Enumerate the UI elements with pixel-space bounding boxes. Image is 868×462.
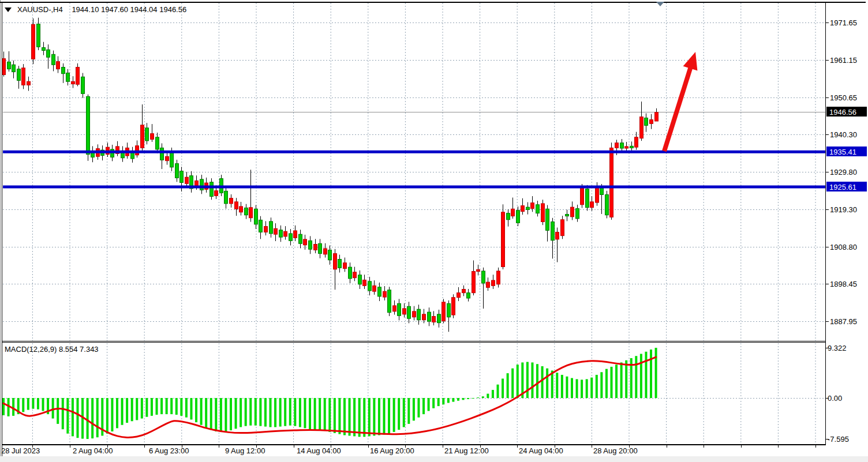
trend-arrow-head[interactable] xyxy=(683,52,698,71)
macd-histogram-bar xyxy=(472,398,474,399)
candle-bear xyxy=(47,50,50,57)
macd-histogram-bar xyxy=(57,398,59,424)
candle-bull xyxy=(27,81,31,85)
candle-bull xyxy=(185,177,189,183)
macd-histogram-bar xyxy=(620,362,623,398)
candle-bull xyxy=(502,212,505,267)
macd-histogram-bar xyxy=(225,398,227,431)
macd-histogram-bar xyxy=(363,398,365,437)
time-axis-label: 9 Aug 12:00 xyxy=(225,446,265,455)
candle-bull xyxy=(32,24,35,59)
macd-histogram-bar xyxy=(442,398,444,404)
candle-bear xyxy=(546,209,549,230)
macd-histogram-bar xyxy=(368,398,371,436)
macd-histogram-bar xyxy=(576,379,578,398)
candle-bull xyxy=(590,202,594,208)
macd-histogram-bar xyxy=(220,398,222,432)
macd-histogram-bar xyxy=(160,398,163,414)
macd-histogram-bar xyxy=(116,398,118,428)
price-axis-label: 1898.45 xyxy=(830,280,857,288)
macd-histogram-bar xyxy=(640,354,642,398)
price-axis-label: 1950.65 xyxy=(830,93,857,102)
collapse-triangle-icon[interactable] xyxy=(5,7,12,12)
time-axis-label: 14 Aug 04:00 xyxy=(297,446,341,455)
macd-histogram-bar xyxy=(96,398,99,437)
macd-histogram-bar xyxy=(2,398,5,415)
candle-bull xyxy=(151,134,154,140)
macd-histogram-bar xyxy=(457,398,459,401)
candle-bear xyxy=(279,230,283,237)
macd-histogram-bar xyxy=(136,398,138,420)
macd-histogram-bar xyxy=(625,360,627,398)
macd-histogram-bar xyxy=(645,352,647,398)
macd-histogram-bar xyxy=(42,398,44,411)
chart-frame-top xyxy=(0,2,866,3)
candle-bull xyxy=(625,147,628,148)
candle-bear xyxy=(368,281,372,291)
candle-bear xyxy=(576,209,579,219)
macd-histogram-bar xyxy=(413,398,415,420)
chart-canvas[interactable]: 1971.651961.151950.651940.301929.801919.… xyxy=(0,0,868,462)
macd-histogram-bar xyxy=(417,398,420,418)
macd-histogram-bar xyxy=(655,348,657,398)
time-axis-label: 28 Aug 20:00 xyxy=(593,446,638,455)
macd-histogram-bar xyxy=(635,356,637,398)
macd-histogram-bar xyxy=(324,398,326,431)
candle-bear xyxy=(145,128,149,141)
trend-arrow-shaft[interactable] xyxy=(664,65,691,151)
candle-bull xyxy=(556,232,559,239)
macd-histogram-bar xyxy=(185,398,188,418)
candle-bear xyxy=(42,48,46,51)
macd-histogram-bar xyxy=(561,375,563,398)
candle-bear xyxy=(259,220,263,232)
candle-bear xyxy=(245,208,248,215)
macd-histogram-bar xyxy=(398,398,400,430)
candle-bear xyxy=(289,234,293,241)
candle-bear xyxy=(600,188,604,195)
macd-histogram-bar xyxy=(32,398,34,409)
candle-bear xyxy=(605,194,609,215)
candle-bear xyxy=(255,209,258,224)
candle-bull xyxy=(57,62,60,69)
macd-histogram-bar xyxy=(66,398,69,434)
candle-bull xyxy=(274,228,278,234)
candle-bull xyxy=(655,112,659,121)
candle-bull xyxy=(343,263,347,269)
macd-histogram-bar xyxy=(76,398,78,438)
candle-bear xyxy=(566,215,569,216)
macd-histogram-bar xyxy=(52,398,54,418)
macd-histogram-bar xyxy=(319,398,321,430)
candle-bull xyxy=(492,280,495,286)
chart-header: XAUUSD-,H4 1944.10 1947.60 1944.04 1946.… xyxy=(5,5,186,14)
candle-bull xyxy=(596,186,599,202)
candle-bull xyxy=(610,148,613,217)
candle-bull xyxy=(487,282,490,287)
macd-histogram-bar xyxy=(497,385,499,398)
price-axis-label: 1929.80 xyxy=(830,168,857,176)
macd-histogram-bar xyxy=(289,398,291,426)
candle-bear xyxy=(437,314,441,323)
candle-bull xyxy=(264,227,268,232)
candle-bull xyxy=(136,146,139,155)
candle-bear xyxy=(270,221,273,234)
candle-bull xyxy=(383,291,387,297)
macd-histogram-bar xyxy=(373,398,375,435)
macd-histogram-bar xyxy=(334,398,336,433)
macd-histogram-bar xyxy=(383,398,386,435)
candle-bear xyxy=(180,171,184,183)
macd-histogram-bar xyxy=(328,398,331,432)
scroll-to-end-marker-icon[interactable] xyxy=(656,2,664,6)
macd-histogram-bar xyxy=(175,398,178,415)
candle-bear xyxy=(467,293,470,298)
candle-bull xyxy=(230,198,233,204)
macd-histogram-bar xyxy=(22,398,24,412)
macd-axis-label: -7.595 xyxy=(828,435,849,444)
candle-bull xyxy=(432,317,436,322)
macd-histogram-bar xyxy=(581,380,583,398)
candle-bear xyxy=(526,207,530,209)
time-axis-label: 24 Aug 04:00 xyxy=(519,446,563,455)
macd-histogram-bar xyxy=(156,398,158,415)
price-axis-label: 1919.30 xyxy=(830,205,857,214)
macd-histogram-bar xyxy=(447,398,450,403)
macd-histogram-bar xyxy=(170,398,173,414)
